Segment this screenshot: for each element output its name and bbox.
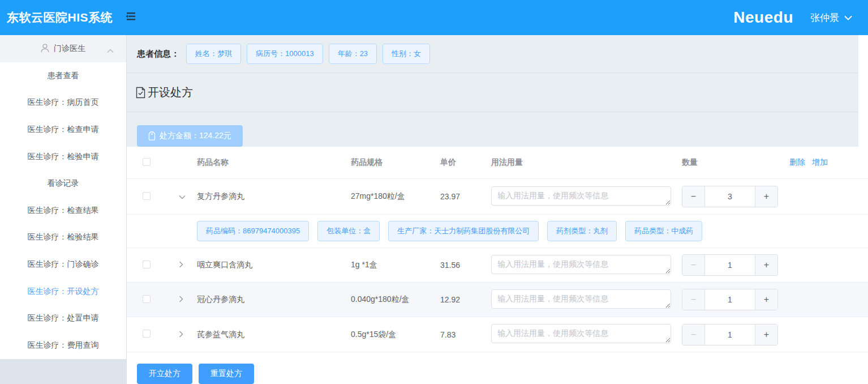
sidebar-collapse-button[interactable] [125, 11, 136, 24]
patient-record-no-badge: 病历号：1000013 [247, 44, 323, 64]
usage-input[interactable] [491, 186, 671, 206]
decrease-button[interactable]: − [682, 289, 705, 310]
drug-spec: 1g *1盒 [351, 260, 440, 270]
main-content: 患者信息： 姓名：梦琪 病历号：1000013 年龄：23 性别：女 开设处方 [127, 35, 868, 384]
patient-age-badge: 年龄：23 [329, 44, 377, 64]
scrollbar-track[interactable] [858, 35, 868, 147]
sidebar-item-disposal-request[interactable]: 医生诊疗：处置申请 [0, 305, 126, 332]
sidebar-item-fee-inquiry[interactable]: 医生诊疗：费用查询 [0, 332, 126, 359]
increase-button[interactable]: + [755, 255, 777, 275]
expand-arrow[interactable] [172, 295, 197, 304]
col-usage: 用法用量 [491, 157, 682, 168]
sidebar-item-lab-results[interactable]: 医生诊疗：检验结果 [0, 224, 126, 251]
user-menu[interactable]: 张仲景 [810, 11, 852, 24]
sidebar-item-visit-records[interactable]: 看诊记录 [0, 170, 126, 197]
patient-name-badge: 姓名：梦琪 [186, 44, 241, 64]
col-quantity: 数量 [682, 157, 789, 168]
sidebar-bottom-filler [0, 359, 126, 384]
topbar-right: Neuedu 张仲景 [733, 8, 868, 27]
body: 门诊医生 患者查看 医生诊疗：病历首页 医生诊疗：检查申请 医生诊疗：检验申请 … [0, 35, 868, 384]
chevron-right-icon [179, 261, 183, 270]
drug-code-badge: 药品编码：86979474000395 [197, 221, 309, 241]
col-unit-price: 单价 [440, 157, 491, 168]
sidebar-item-outpatient-diagnosis[interactable]: 医生诊疗：门诊确诊 [0, 251, 126, 278]
drug-price: 7.83 [440, 330, 491, 339]
decrease-button[interactable]: − [682, 255, 705, 275]
top-bar: 东软云医院HIS系统 Neuedu 张仲景 [0, 0, 868, 35]
delete-link[interactable]: 删除 [789, 157, 805, 168]
drug-detail-row: 药品编码：86979474000395 包装单位：盒 生产厂家：天士力制药集团股… [127, 215, 868, 248]
table-row: 咽立爽口含滴丸 1g *1盒 31.56 − 1 + [127, 248, 868, 283]
quantity-value[interactable]: 3 [705, 186, 755, 207]
sidebar-item-exam-results[interactable]: 医生诊疗：检查结果 [0, 197, 126, 224]
sidebar-item-medical-record-home[interactable]: 医生诊疗：病历首页 [0, 89, 126, 117]
document-icon [135, 87, 146, 99]
chevron-right-icon [179, 295, 183, 304]
expand-arrow[interactable] [172, 192, 197, 201]
user-icon [41, 44, 49, 54]
menu-fold-icon [125, 11, 136, 24]
decrease-button[interactable]: − [682, 186, 705, 207]
drug-price: 31.56 [440, 261, 491, 270]
quantity-value[interactable]: 1 [705, 289, 755, 310]
sidebar-group-outpatient-doctor[interactable]: 门诊医生 [0, 35, 126, 62]
row-checkbox[interactable] [143, 330, 151, 338]
create-prescription-button[interactable]: 开立处方 [137, 364, 192, 384]
sidebar-item-lab-request[interactable]: 医生诊疗：检验申请 [0, 143, 126, 170]
table-row: 冠心丹参滴丸 0.040g*180粒/盒 12.92 − 1 + [127, 283, 868, 317]
sidebar-item-create-prescription[interactable]: 医生诊疗：开设处方 [0, 278, 126, 305]
add-link[interactable]: 增加 [812, 157, 828, 168]
increase-button[interactable]: + [755, 289, 777, 310]
chevron-down-icon [844, 12, 852, 23]
usage-input[interactable] [491, 324, 671, 343]
chevron-down-icon [179, 192, 186, 201]
price-tag-icon [148, 131, 156, 140]
drug-name: 芪参益气滴丸 [197, 330, 351, 340]
sidebar-item-exam-request[interactable]: 医生诊疗：检查申请 [0, 116, 126, 143]
brand-logo: Neuedu [733, 8, 793, 27]
drug-spec: 27mg*180粒/盒 [351, 191, 440, 202]
expand-arrow[interactable] [172, 330, 197, 339]
expand-arrow[interactable] [172, 261, 197, 270]
patient-info-label: 患者信息： [137, 49, 179, 59]
decrease-button[interactable]: − [682, 325, 705, 345]
chevron-right-icon [179, 330, 183, 339]
drug-name: 复方丹参滴丸 [197, 191, 351, 202]
usage-input[interactable] [491, 289, 671, 309]
row-checkbox[interactable] [143, 261, 151, 268]
row-checkbox[interactable] [143, 295, 151, 303]
increase-button[interactable]: + [755, 325, 777, 345]
drug-spec: 0.040g*180粒/盒 [351, 295, 440, 305]
section-header: 开设处方 [127, 73, 868, 112]
dosage-form-badge: 药剂类型：丸剂 [547, 221, 617, 241]
table-row: 芪参益气滴丸 0.5g*15袋/盒 7.83 − 1 + [127, 317, 868, 352]
col-drug-name: 药品名称 [197, 157, 351, 168]
user-name: 张仲景 [810, 11, 839, 24]
drug-name: 冠心丹参滴丸 [197, 295, 351, 305]
his-app: 东软云医院HIS系统 Neuedu 张仲景 [0, 0, 868, 384]
table-header-row: 药品名称 药品规格 单价 用法用量 数量 删除 增加 [127, 147, 868, 179]
sidebar: 门诊医生 患者查看 医生诊疗：病历首页 医生诊疗：检查申请 医生诊疗：检验申请 … [0, 35, 127, 384]
sidebar-group-label: 门诊医生 [54, 44, 85, 54]
prescription-amount-button: 处方金额：124.22元 [137, 125, 243, 147]
drug-price: 23.97 [440, 192, 491, 201]
increase-button[interactable]: + [755, 186, 777, 207]
usage-input[interactable] [491, 255, 671, 274]
drug-type-badge: 药品类型：中成药 [625, 221, 702, 241]
footer-actions: 开立处方 重置处方 [127, 352, 868, 384]
quantity-value[interactable]: 1 [705, 255, 755, 275]
sidebar-item-patient-view[interactable]: 患者查看 [0, 62, 126, 89]
chevron-up-icon [107, 46, 114, 55]
select-all-checkbox[interactable] [143, 158, 151, 166]
drug-price: 12.92 [440, 295, 491, 304]
manufacturer-badge: 生产厂家：天士力制药集团股份有限公司 [388, 221, 539, 241]
package-unit-badge: 包装单位：盒 [317, 221, 380, 241]
quantity-stepper: − 3 + [682, 186, 778, 207]
reset-prescription-button[interactable]: 重置处方 [199, 364, 254, 384]
quantity-value[interactable]: 1 [705, 325, 755, 345]
patient-info-bar: 患者信息： 姓名：梦琪 病历号：1000013 年龄：23 性别：女 [127, 35, 868, 73]
drug-table: 药品名称 药品规格 单价 用法用量 数量 删除 增加 [127, 147, 868, 352]
row-checkbox[interactable] [143, 192, 151, 200]
section-title: 开设处方 [148, 85, 193, 100]
quantity-stepper: − 1 + [682, 289, 778, 310]
